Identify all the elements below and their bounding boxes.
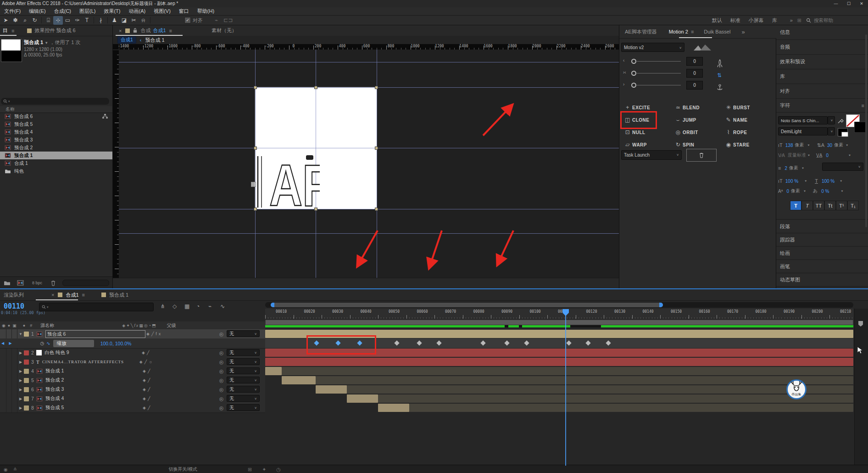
lock-column-icon[interactable]: ▣ [12, 323, 17, 328]
layer-switches[interactable]: ◈╱ [142, 350, 151, 355]
menu-item-7[interactable]: 窗口 [175, 8, 193, 15]
selection-handle[interactable] [314, 208, 317, 211]
section-character[interactable]: 字符 ≡ [776, 99, 868, 113]
layer-name[interactable]: 白色 纯色 9 [45, 349, 141, 356]
motion-delete-button[interactable] [686, 149, 717, 162]
parent-pickwhip-icon[interactable]: ◎ [219, 359, 223, 365]
motion-button-rope[interactable]: ⌇ROPE [724, 127, 772, 137]
parent-select[interactable]: 无∨ [227, 404, 260, 411]
toggle-switches-label[interactable]: 切换开关/模式 [168, 466, 197, 473]
font-style-chevron[interactable]: ∨ [828, 127, 835, 135]
zoom-scrollbar-handle[interactable] [271, 303, 663, 307]
layer-bar-7[interactable] [378, 394, 853, 403]
video-toggle[interactable] [0, 348, 6, 357]
project-item-4[interactable]: 预合成 2 [0, 144, 112, 152]
video-column-icon[interactable]: ◉ [2, 323, 6, 328]
layer-switches[interactable]: ◈╱fx [146, 332, 162, 336]
font-size-value[interactable]: 138 [785, 143, 793, 148]
parent-pickwhip-icon[interactable]: ◎ [219, 350, 223, 355]
label-color-chip[interactable] [24, 405, 29, 411]
layer-switches[interactable]: ◈╱☼ [139, 360, 155, 364]
layer-switches[interactable]: ◈╱ [143, 396, 152, 401]
layer-row-6[interactable]: ▶6预合成 3◈╱◎无∨ [0, 385, 265, 394]
viewer-tab-menu-icon[interactable]: ≡ [169, 28, 172, 34]
selection-handle[interactable] [254, 208, 257, 211]
breadcrumb-parent[interactable]: 预合成 1 [145, 37, 165, 44]
layer-name[interactable]: 预合成 5 [45, 405, 142, 411]
audio-toggle[interactable] [6, 403, 12, 412]
project-item-1[interactable]: 预合成 5 [0, 120, 112, 128]
comp-marker-icon[interactable] [857, 321, 864, 327]
source-name-header[interactable]: 源名称 [40, 322, 54, 329]
tab-duik-bassel[interactable]: Duik Bassel [704, 29, 730, 34]
brush-mini-icon[interactable]: ⌁ [208, 303, 211, 310]
playhead-marker[interactable] [562, 309, 569, 316]
puppet-pin-tool[interactable]: ⍾ [139, 16, 148, 25]
layer-name[interactable]: CINEMA4...TRATOR AFTEREFFECTS [42, 360, 139, 364]
graph-editor-icon[interactable]: ∿ [220, 303, 225, 310]
video-toggle[interactable] [0, 394, 6, 403]
label-color-chip[interactable] [24, 396, 29, 401]
tab-footage[interactable]: 素材（无） [211, 27, 237, 34]
lock-toggle[interactable] [12, 385, 17, 394]
status-toggle-icon[interactable]: ◉ [4, 467, 8, 472]
status-icon-2[interactable]: ✦ [262, 467, 266, 473]
parent-select[interactable]: 无∨ [227, 395, 260, 402]
anchor-icon[interactable] [717, 84, 723, 91]
kerning-value[interactable]: 度量标准 [788, 152, 806, 158]
close-button[interactable]: ✕ [855, 0, 868, 7]
expander-icon[interactable]: ▶ [17, 406, 24, 410]
project-item-5[interactable]: 预合成 1 [0, 152, 112, 159]
keyframe-navigator[interactable]: ◀ ▶ [1, 341, 14, 345]
layer-name[interactable]: 预合成 2 [45, 377, 142, 383]
project-item-6[interactable]: 合成 1 [0, 159, 112, 167]
lock-toggle[interactable] [12, 403, 17, 412]
expander-icon[interactable]: ▶ [17, 378, 24, 383]
task-launch-select[interactable]: Task Launch∨ [621, 150, 682, 160]
slider-value-2[interactable]: 0 [686, 81, 703, 90]
parent-select[interactable]: 无∨ [227, 386, 260, 393]
parent-select[interactable]: 无∨ [227, 377, 260, 383]
parent-pickwhip-icon[interactable]: ◎ [219, 368, 223, 374]
comp-text-AFT[interactable]: AFT [256, 152, 320, 209]
expander-icon[interactable]: ▶ [17, 360, 24, 364]
vertical-scale-value[interactable]: 100 % [785, 179, 798, 184]
tracking-value[interactable]: 0 [826, 153, 829, 158]
section-bottom-0[interactable]: 段落 [776, 220, 868, 233]
rotate-tool[interactable]: ↻ [30, 16, 39, 25]
layer-row-1[interactable]: ▼1预合成 6◈╱fx◎无∨ [0, 329, 265, 339]
mask-feather-icon[interactable]: ⌁ [215, 17, 218, 23]
slider-value-0[interactable]: 0 [686, 57, 703, 66]
audio-toggle[interactable] [6, 385, 12, 394]
faux-style-0[interactable]: T [790, 201, 801, 210]
viewer-stage[interactable]: AFT [119, 50, 619, 278]
tab-motion-2[interactable]: Motion 2 [669, 29, 688, 34]
shape-tool[interactable]: ▭ [63, 16, 72, 25]
selection-handle[interactable] [375, 208, 378, 211]
film-icon[interactable]: ▦ [184, 303, 189, 310]
section-bottom-4[interactable]: 动态草图 [776, 273, 868, 287]
font-family-select[interactable]: Noto Sans S Chin... [778, 116, 828, 124]
snap-checkbox[interactable]: ✓ [184, 17, 191, 23]
lock-toggle[interactable] [12, 357, 17, 366]
layer-bar-3[interactable] [265, 358, 853, 366]
selection-handle[interactable] [375, 146, 378, 150]
motion-button-spin[interactable]: ↻SPIN [673, 140, 721, 150]
workspace-3[interactable]: 库 [772, 17, 777, 24]
audio-toggle[interactable] [6, 357, 12, 366]
new-comp-icon[interactable] [17, 280, 24, 286]
stopwatch-icon[interactable]: ◷ [40, 341, 45, 346]
scale-property-row[interactable]: ◀ ▶◷∿缩放100.0, 100.0% [0, 338, 265, 349]
stroke-over-fill-swatch[interactable] [838, 128, 848, 136]
project-item-0[interactable]: 预合成 6 [0, 113, 112, 120]
tab-precomp-1[interactable]: 预合成 1 [109, 292, 128, 298]
selection-handle[interactable] [254, 146, 257, 150]
label-color-chip[interactable] [24, 332, 29, 337]
label-column-icon[interactable]: ● [23, 323, 25, 328]
work-area-bar[interactable] [265, 320, 853, 325]
layer-row-5[interactable]: ▶5预合成 2◈╱◎无∨ [0, 376, 265, 385]
slider-track-0[interactable] [637, 61, 681, 62]
hand-tool[interactable]: ✽ [11, 16, 20, 25]
layer-bar-5[interactable] [316, 376, 853, 384]
slider-value-1[interactable]: 0 [686, 69, 703, 78]
